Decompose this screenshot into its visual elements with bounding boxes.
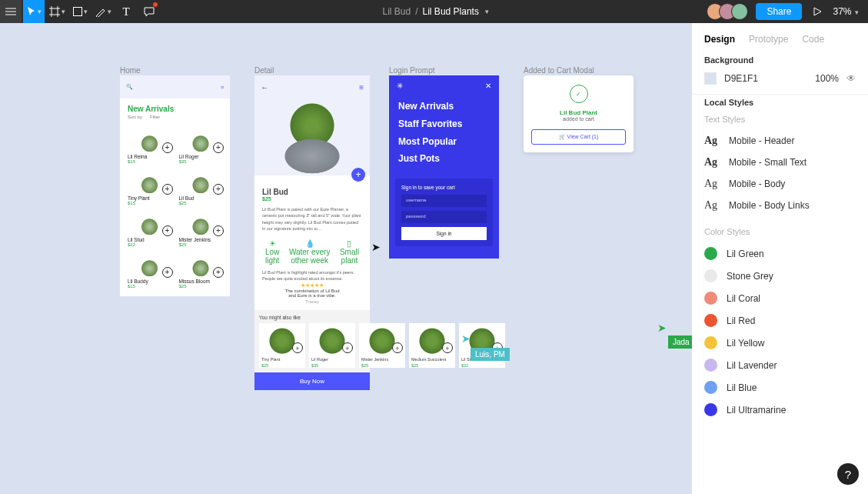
product-description: Lil Bud Plant is paired with our Eore Pl…: [262, 206, 362, 232]
product-card: + Lil Reina $15: [128, 125, 171, 164]
color-swatch: [704, 247, 717, 260]
text-style-item[interactable]: AgMobile - Body Links: [704, 195, 856, 216]
frame-label[interactable]: Detail: [254, 66, 274, 75]
visibility-toggle[interactable]: 👁: [846, 73, 856, 84]
password-field: password: [401, 211, 487, 223]
pen-tool[interactable]: ▾: [92, 0, 114, 23]
signin-button: Sign in: [401, 227, 487, 240]
frame-cart-modal[interactable]: ✓ Lil Bud Plant added to cart 🛒 View Car…: [524, 75, 634, 152]
product-image: +: [128, 125, 171, 152]
style-name: Mobile - Header: [729, 135, 794, 146]
product-image: +: [359, 323, 405, 355]
bg-hex-input[interactable]: D9E1F1: [724, 73, 807, 84]
color-name: Lil Red: [727, 315, 755, 326]
product-name: Lil Roger: [309, 355, 355, 362]
color-style-item[interactable]: Lil Blue: [704, 376, 856, 399]
share-button[interactable]: Share: [756, 3, 802, 20]
suggestion-card: + Lil Roger $35: [309, 323, 355, 368]
move-tool[interactable]: ▾: [23, 0, 45, 23]
product-title: Lil Bud: [262, 188, 362, 196]
product-price: $35: [309, 362, 355, 368]
tab-design[interactable]: Design: [704, 34, 735, 45]
color-swatch: [704, 336, 717, 349]
text-style-item[interactable]: AgMobile - Small Text: [704, 152, 856, 173]
color-style-item[interactable]: Lil Lavender: [704, 354, 856, 376]
add-icon: +: [213, 142, 224, 153]
color-style-item[interactable]: Stone Grey: [704, 265, 856, 287]
comment-tool[interactable]: [138, 0, 160, 23]
file-title[interactable]: Lil Bud / Lil Bud Plants ▾: [160, 6, 711, 17]
properties-panel: Design Prototype Code Background D9E1F1 …: [692, 23, 868, 494]
shape-tool[interactable]: ▾: [69, 0, 91, 23]
frame-tool[interactable]: ▾: [46, 0, 68, 23]
nav-item: Just Pots: [398, 150, 490, 168]
filter-button: Filter: [150, 115, 160, 119]
product-card: + Lil Buddy $15: [128, 250, 171, 289]
text-style-icon: Ag: [704, 178, 720, 190]
section-heading: New Arrivals: [120, 98, 230, 115]
frame-home[interactable]: 🔍 ≡ New Arrivals Sort by Filter + Lil Re…: [120, 75, 230, 296]
style-name: Mobile - Body Links: [729, 200, 810, 211]
add-icon: +: [162, 184, 173, 195]
color-style-item[interactable]: Lil Coral: [704, 287, 856, 309]
star-rating: ★★★★★: [270, 282, 354, 289]
canvas[interactable]: Home Detail Login Prompt Added to Cart M…: [0, 23, 692, 494]
product-name: Tiny Plant: [259, 355, 305, 362]
color-style-item[interactable]: Lil Green: [704, 242, 856, 265]
signin-title: Sign in to save your cart: [401, 185, 487, 190]
add-fab: +: [351, 168, 365, 182]
add-icon: +: [213, 184, 224, 195]
product-image: +: [179, 250, 223, 276]
frame-detail[interactable]: ← ≡ + Lil Bud $25 Lil Bud Plant is paire…: [254, 75, 370, 390]
product-price: $22: [459, 362, 505, 368]
frame-login[interactable]: ✳ ✕ New ArrivalsStaff FavoritesMost Popu…: [389, 75, 499, 259]
style-name: Mobile - Body: [729, 179, 785, 189]
product-price: $22: [128, 242, 171, 247]
product-image: +: [259, 323, 305, 355]
product-image: +: [309, 323, 355, 355]
avatar[interactable]: [731, 3, 748, 20]
product-price: $25: [359, 362, 405, 368]
product-image: +: [128, 209, 171, 235]
color-style-item[interactable]: Lil Red: [704, 309, 856, 332]
collaborator-avatars[interactable]: [711, 3, 748, 20]
present-button[interactable]: [810, 0, 825, 23]
add-icon: +: [162, 142, 173, 153]
add-icon: +: [392, 342, 403, 353]
color-name: Lil Green: [727, 249, 764, 259]
bg-heading: Background: [704, 55, 856, 65]
collaborator-cursor-jada: ➤ Jada: [657, 322, 692, 349]
menu-button[interactable]: [0, 0, 22, 23]
tab-prototype[interactable]: Prototype: [749, 34, 788, 45]
product-price: $25: [262, 196, 362, 202]
close-icon: ✕: [485, 82, 491, 90]
text-tool[interactable]: T: [115, 0, 137, 23]
frame-label[interactable]: Home: [120, 66, 141, 75]
buy-button: Buy Now: [254, 372, 370, 390]
product-name: Mister Jenkins: [179, 237, 223, 242]
help-button[interactable]: ?: [837, 463, 859, 485]
zoom-level[interactable]: 37% ▾: [833, 6, 859, 17]
text-style-item[interactable]: AgMobile - Header: [704, 130, 856, 152]
add-icon: +: [442, 342, 453, 353]
frame-label[interactable]: Login Prompt: [389, 66, 434, 75]
nav-list: New ArrivalsStaff FavoritesMost PopularJ…: [389, 96, 499, 175]
color-style-item[interactable]: Lil Yellow: [704, 332, 856, 354]
text-style-item[interactable]: AgMobile - Body: [704, 173, 856, 195]
file-name: Lil Bud Plants: [423, 6, 479, 17]
bg-swatch[interactable]: [704, 72, 717, 85]
color-swatch: [704, 381, 717, 394]
product-card: + Tiny Plant $15: [128, 167, 171, 205]
tab-code[interactable]: Code: [802, 34, 824, 45]
bg-opacity-input[interactable]: 100%: [815, 73, 839, 84]
color-style-item[interactable]: Lil Ultramarine: [704, 399, 856, 421]
color-name: Lil Ultramarine: [727, 405, 786, 416]
sparkle-icon: ✳: [397, 82, 403, 90]
suggestion-card: + Medium Succulent $25: [409, 323, 455, 368]
color-name: Lil Lavender: [727, 360, 777, 371]
add-icon: +: [213, 225, 224, 236]
frame-label[interactable]: Added to Cart Modal: [524, 66, 594, 75]
collaborator-cursor: ➤: [371, 241, 381, 253]
product-card: + Missus Bloom $25: [179, 250, 223, 289]
product-price: $25: [179, 201, 223, 205]
